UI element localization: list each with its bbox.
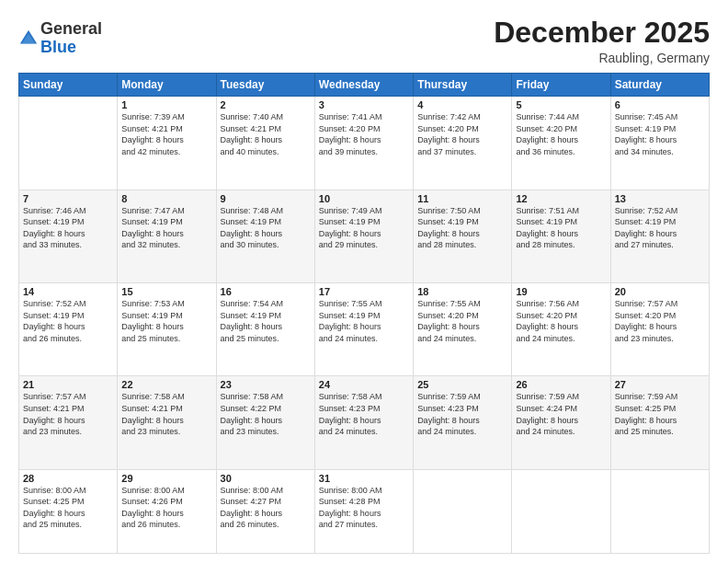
cell-sun-info: Sunrise: 7:46 AMSunset: 4:19 PMDaylight:… bbox=[23, 205, 113, 251]
day-number: 23 bbox=[221, 379, 311, 390]
calendar-cell: 22Sunrise: 7:58 AMSunset: 4:21 PMDayligh… bbox=[118, 376, 216, 469]
cell-sun-info: Sunrise: 8:00 AMSunset: 4:26 PMDaylight:… bbox=[121, 485, 211, 531]
calendar-cell: 2Sunrise: 7:40 AMSunset: 4:21 PMDaylight… bbox=[216, 97, 314, 190]
calendar-cell: 19Sunrise: 7:56 AMSunset: 4:20 PMDayligh… bbox=[512, 282, 610, 375]
calendar-cell: 14Sunrise: 7:52 AMSunset: 4:19 PMDayligh… bbox=[19, 282, 118, 375]
cell-sun-info: Sunrise: 7:40 AMSunset: 4:21 PMDaylight:… bbox=[221, 111, 311, 157]
calendar-cell: 21Sunrise: 7:57 AMSunset: 4:21 PMDayligh… bbox=[19, 376, 118, 469]
day-number: 22 bbox=[121, 379, 211, 390]
cell-sun-info: Sunrise: 7:59 AMSunset: 4:23 PMDaylight:… bbox=[417, 391, 507, 437]
calendar-cell: 9Sunrise: 7:48 AMSunset: 4:19 PMDaylight… bbox=[216, 190, 314, 282]
col-header-monday: Monday bbox=[118, 74, 216, 97]
day-number: 13 bbox=[615, 193, 705, 204]
logo-general: General bbox=[40, 19, 102, 38]
cell-sun-info: Sunrise: 7:47 AMSunset: 4:19 PMDaylight:… bbox=[121, 205, 211, 251]
col-header-friday: Friday bbox=[512, 74, 610, 97]
calendar-week-row: 21Sunrise: 7:57 AMSunset: 4:21 PMDayligh… bbox=[19, 376, 710, 469]
cell-sun-info: Sunrise: 7:55 AMSunset: 4:20 PMDaylight:… bbox=[417, 298, 507, 344]
location: Raubling, Germany bbox=[494, 51, 710, 65]
calendar-cell: 27Sunrise: 7:59 AMSunset: 4:25 PMDayligh… bbox=[610, 376, 709, 469]
calendar-cell: 13Sunrise: 7:52 AMSunset: 4:19 PMDayligh… bbox=[610, 190, 709, 282]
day-number: 26 bbox=[516, 379, 606, 390]
day-number: 25 bbox=[417, 379, 507, 390]
calendar-cell: 18Sunrise: 7:55 AMSunset: 4:20 PMDayligh… bbox=[414, 282, 512, 375]
calendar-week-row: 1Sunrise: 7:39 AMSunset: 4:21 PMDaylight… bbox=[19, 97, 710, 190]
calendar-cell: 17Sunrise: 7:55 AMSunset: 4:19 PMDayligh… bbox=[314, 282, 413, 375]
day-number: 5 bbox=[516, 99, 606, 110]
calendar-week-row: 7Sunrise: 7:46 AMSunset: 4:19 PMDaylight… bbox=[19, 190, 710, 282]
day-number: 6 bbox=[615, 99, 705, 110]
cell-sun-info: Sunrise: 7:56 AMSunset: 4:20 PMDaylight:… bbox=[516, 298, 606, 344]
day-number: 16 bbox=[221, 286, 311, 297]
logo-icon bbox=[18, 29, 39, 49]
cell-sun-info: Sunrise: 7:39 AMSunset: 4:21 PMDaylight:… bbox=[121, 111, 211, 157]
day-number: 2 bbox=[221, 99, 311, 110]
calendar-cell bbox=[512, 469, 610, 553]
calendar-cell: 12Sunrise: 7:51 AMSunset: 4:19 PMDayligh… bbox=[512, 190, 610, 282]
cell-sun-info: Sunrise: 8:00 AMSunset: 4:25 PMDaylight:… bbox=[23, 485, 113, 531]
cell-sun-info: Sunrise: 7:57 AMSunset: 4:21 PMDaylight:… bbox=[23, 391, 113, 437]
calendar-cell: 7Sunrise: 7:46 AMSunset: 4:19 PMDaylight… bbox=[19, 190, 118, 282]
cell-sun-info: Sunrise: 7:58 AMSunset: 4:23 PMDaylight:… bbox=[319, 391, 409, 437]
page: General Blue December 2025 Raubling, Ger… bbox=[0, 0, 728, 563]
calendar-cell bbox=[610, 469, 709, 553]
cell-sun-info: Sunrise: 7:41 AMSunset: 4:20 PMDaylight:… bbox=[319, 111, 409, 157]
calendar-cell: 26Sunrise: 7:59 AMSunset: 4:24 PMDayligh… bbox=[512, 376, 610, 469]
calendar-cell: 29Sunrise: 8:00 AMSunset: 4:26 PMDayligh… bbox=[118, 469, 216, 553]
cell-sun-info: Sunrise: 7:58 AMSunset: 4:22 PMDaylight:… bbox=[221, 391, 311, 437]
day-number: 9 bbox=[221, 193, 311, 204]
cell-sun-info: Sunrise: 7:44 AMSunset: 4:20 PMDaylight:… bbox=[516, 111, 606, 157]
cell-sun-info: Sunrise: 7:58 AMSunset: 4:21 PMDaylight:… bbox=[121, 391, 211, 437]
day-number: 17 bbox=[319, 286, 409, 297]
day-number: 20 bbox=[615, 286, 705, 297]
cell-sun-info: Sunrise: 7:53 AMSunset: 4:19 PMDaylight:… bbox=[121, 298, 211, 344]
calendar-cell: 31Sunrise: 8:00 AMSunset: 4:28 PMDayligh… bbox=[314, 469, 413, 553]
header: General Blue December 2025 Raubling, Ger… bbox=[18, 17, 710, 65]
col-header-wednesday: Wednesday bbox=[314, 74, 413, 97]
cell-sun-info: Sunrise: 7:50 AMSunset: 4:19 PMDaylight:… bbox=[417, 205, 507, 251]
title-block: December 2025 Raubling, Germany bbox=[494, 17, 710, 65]
cell-sun-info: Sunrise: 7:49 AMSunset: 4:19 PMDaylight:… bbox=[319, 205, 409, 251]
cell-sun-info: Sunrise: 7:52 AMSunset: 4:19 PMDaylight:… bbox=[23, 298, 113, 344]
day-number: 7 bbox=[23, 193, 113, 204]
cell-sun-info: Sunrise: 7:42 AMSunset: 4:20 PMDaylight:… bbox=[417, 111, 507, 157]
day-number: 24 bbox=[319, 379, 409, 390]
calendar-cell: 8Sunrise: 7:47 AMSunset: 4:19 PMDaylight… bbox=[118, 190, 216, 282]
cell-sun-info: Sunrise: 7:52 AMSunset: 4:19 PMDaylight:… bbox=[615, 205, 705, 251]
day-number: 31 bbox=[319, 473, 409, 484]
cell-sun-info: Sunrise: 7:48 AMSunset: 4:19 PMDaylight:… bbox=[221, 205, 311, 251]
calendar-cell: 25Sunrise: 7:59 AMSunset: 4:23 PMDayligh… bbox=[414, 376, 512, 469]
cell-sun-info: Sunrise: 7:59 AMSunset: 4:24 PMDaylight:… bbox=[516, 391, 606, 437]
day-number: 19 bbox=[516, 286, 606, 297]
calendar-cell: 30Sunrise: 8:00 AMSunset: 4:27 PMDayligh… bbox=[216, 469, 314, 553]
day-number: 21 bbox=[23, 379, 113, 390]
cell-sun-info: Sunrise: 8:00 AMSunset: 4:28 PMDaylight:… bbox=[319, 485, 409, 531]
cell-sun-info: Sunrise: 7:54 AMSunset: 4:19 PMDaylight:… bbox=[221, 298, 311, 344]
cell-sun-info: Sunrise: 7:57 AMSunset: 4:20 PMDaylight:… bbox=[615, 298, 705, 344]
month-title: December 2025 bbox=[494, 17, 710, 49]
day-number: 8 bbox=[121, 193, 211, 204]
calendar-cell: 6Sunrise: 7:45 AMSunset: 4:19 PMDaylight… bbox=[610, 97, 709, 190]
cell-sun-info: Sunrise: 7:45 AMSunset: 4:19 PMDaylight:… bbox=[615, 111, 705, 157]
cell-sun-info: Sunrise: 7:59 AMSunset: 4:25 PMDaylight:… bbox=[615, 391, 705, 437]
logo-blue: Blue bbox=[40, 38, 76, 56]
day-number: 10 bbox=[319, 193, 409, 204]
calendar-cell: 1Sunrise: 7:39 AMSunset: 4:21 PMDaylight… bbox=[118, 97, 216, 190]
calendar-cell bbox=[19, 97, 118, 190]
calendar-week-row: 28Sunrise: 8:00 AMSunset: 4:25 PMDayligh… bbox=[19, 469, 710, 553]
day-number: 4 bbox=[417, 99, 507, 110]
col-header-saturday: Saturday bbox=[610, 74, 709, 97]
calendar-cell: 23Sunrise: 7:58 AMSunset: 4:22 PMDayligh… bbox=[216, 376, 314, 469]
calendar-cell: 10Sunrise: 7:49 AMSunset: 4:19 PMDayligh… bbox=[314, 190, 413, 282]
col-header-tuesday: Tuesday bbox=[216, 74, 314, 97]
cell-sun-info: Sunrise: 7:51 AMSunset: 4:19 PMDaylight:… bbox=[516, 205, 606, 251]
day-number: 3 bbox=[319, 99, 409, 110]
day-number: 12 bbox=[516, 193, 606, 204]
cell-sun-info: Sunrise: 8:00 AMSunset: 4:27 PMDaylight:… bbox=[221, 485, 311, 531]
calendar-cell: 20Sunrise: 7:57 AMSunset: 4:20 PMDayligh… bbox=[610, 282, 709, 375]
logo: General Blue bbox=[18, 20, 102, 57]
calendar-cell: 15Sunrise: 7:53 AMSunset: 4:19 PMDayligh… bbox=[118, 282, 216, 375]
calendar-cell: 4Sunrise: 7:42 AMSunset: 4:20 PMDaylight… bbox=[414, 97, 512, 190]
calendar-cell: 16Sunrise: 7:54 AMSunset: 4:19 PMDayligh… bbox=[216, 282, 314, 375]
day-number: 30 bbox=[221, 473, 311, 484]
